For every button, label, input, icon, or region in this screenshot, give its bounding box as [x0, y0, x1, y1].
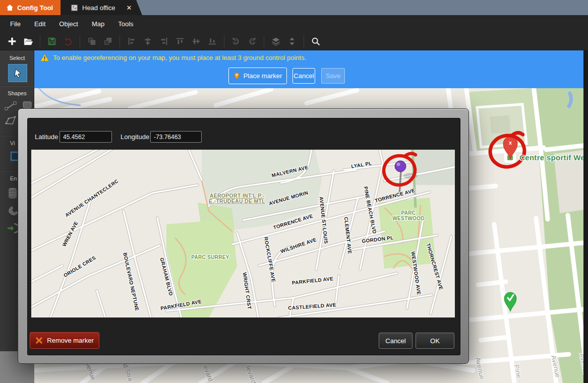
map-document-icon [71, 4, 78, 12]
close-tab-icon[interactable]: ✕ [127, 4, 132, 12]
line-tool-icon[interactable] [4, 100, 17, 112]
dialog-cancel-label: Cancel [385, 337, 405, 345]
align-left-icon[interactable] [124, 34, 139, 49]
dialog-ok-label: OK [430, 337, 440, 345]
longitude-label: Longitude [121, 133, 149, 141]
align-top-icon[interactable] [172, 34, 188, 49]
poi-label: Centre sportif Westw [519, 155, 588, 160]
config-tool-tab-label: Config Tool [17, 4, 53, 12]
head-office-tab[interactable]: Head office ✕ [61, 0, 142, 15]
latitude-input[interactable] [60, 131, 112, 143]
banner-cancel-label: Cancel [293, 72, 314, 80]
open-folder-icon[interactable] [21, 34, 36, 49]
marker-position-dialog: Latitude Longitude [18, 108, 469, 364]
config-tool-tab[interactable]: Config Tool [0, 0, 61, 15]
latitude-label: Latitude [35, 133, 58, 141]
menu-edit[interactable]: Edit [34, 20, 45, 28]
menu-file[interactable]: File [10, 20, 21, 28]
toolbar-separator [224, 35, 224, 47]
sidebar-section-select: Select [0, 55, 34, 61]
align-bottom-icon[interactable] [205, 34, 220, 49]
banner-cancel-button[interactable]: Cancel [292, 68, 315, 84]
menu-tools[interactable]: Tools [118, 20, 133, 28]
menu-object[interactable]: Object [59, 20, 78, 28]
dialog-ok-button[interactable]: OK [416, 333, 454, 349]
rotate-right-icon[interactable] [245, 34, 260, 49]
dialog-panel: Latitude Longitude [27, 118, 460, 355]
send-backward-icon[interactable] [100, 34, 115, 49]
dialog-map[interactable]: AÉROPORT INT'L P.- E.-TRUDEAU DE MTLPARC… [31, 150, 455, 317]
park-surrey-label: PARC SURREY [191, 254, 229, 260]
place-marker-button[interactable]: Place marker [228, 68, 287, 84]
street-label: Pine [514, 364, 522, 379]
cursor-icon [13, 68, 23, 78]
home-icon [6, 4, 14, 11]
rotate-left-icon[interactable] [228, 34, 244, 49]
app-window: Config Tool Head office ✕ File Edit Obje… [0, 0, 588, 383]
marker-pin-icon [233, 72, 240, 80]
toolbar-separator [304, 35, 304, 47]
banner-message: To enable georeferencing on your map, yo… [40, 54, 306, 61]
select-tool-button[interactable] [8, 64, 27, 82]
remove-x-icon [35, 337, 43, 344]
banner-save-button[interactable]: Save [321, 68, 345, 84]
place-marker-label: Place marker [244, 72, 282, 80]
toolbar-separator [80, 35, 80, 47]
banner-save-label: Save [326, 72, 341, 80]
add-icon[interactable] [5, 34, 20, 49]
remove-marker-label: Remove marker [47, 337, 93, 344]
search-icon[interactable] [308, 34, 323, 49]
dialog-cancel-button[interactable]: Cancel [379, 333, 413, 349]
bring-forward-icon[interactable] [84, 34, 99, 49]
park-westwood-label: PARC WESTWOOD [392, 210, 425, 221]
align-middle-icon[interactable] [189, 34, 204, 49]
warning-icon [40, 54, 49, 61]
toolbar [0, 33, 588, 50]
svg-text:x: x [509, 140, 512, 146]
toolbar-separator [264, 35, 264, 47]
remove-marker-button[interactable]: Remove marker [30, 332, 99, 349]
undo-icon[interactable] [61, 34, 76, 49]
polygon-tool-icon[interactable] [4, 115, 17, 127]
menu-map[interactable]: Map [92, 20, 104, 28]
arrange-order-icon[interactable] [284, 34, 300, 49]
longitude-input[interactable] [150, 131, 202, 143]
banner-warning-text: To enable georeferencing on your map, yo… [53, 54, 306, 61]
airport-area-label: AÉROPORT INT'L P.- E.-TRUDEAU DE MTL [209, 193, 265, 204]
window-edge [583, 50, 588, 383]
georeference-banner: To enable georeferencing on your map, yo… [34, 50, 588, 88]
align-center-icon[interactable] [140, 34, 155, 49]
head-office-tab-label: Head office [82, 4, 115, 12]
toolbar-separator [120, 35, 120, 47]
layers-icon[interactable] [268, 34, 283, 49]
save-icon[interactable] [44, 34, 60, 49]
sidebar-divider [0, 86, 34, 87]
menubar: File Edit Object Map Tools [0, 15, 588, 33]
dialog-map-area-labels: AÉROPORT INT'L P.- E.-TRUDEAU DE MTLPARC… [31, 150, 455, 317]
align-right-icon[interactable] [156, 34, 171, 49]
toolbar-separator [40, 35, 40, 47]
titlebar: Config Tool Head office ✕ [0, 0, 588, 15]
sidebar-section-shapes: Shapes [0, 90, 34, 96]
